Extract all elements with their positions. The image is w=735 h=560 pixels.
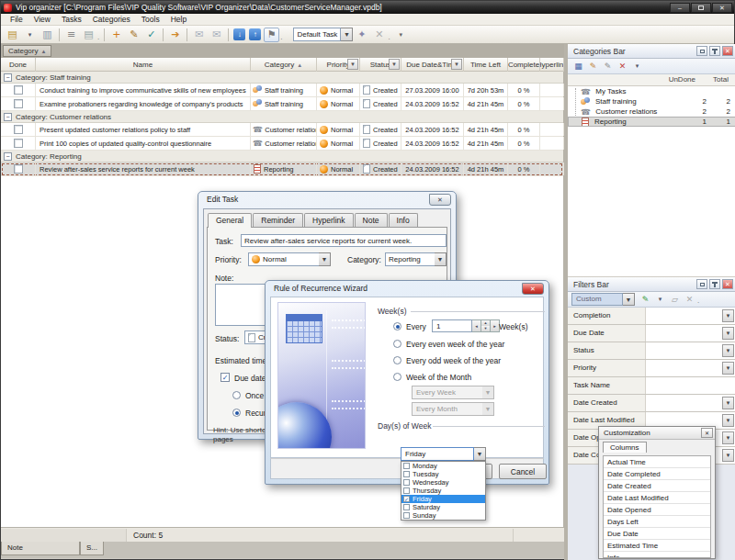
weeks-count-input[interactable]: 1: [432, 319, 472, 332]
column-option-due-date[interactable]: Due Date: [604, 528, 710, 540]
add-category-icon[interactable]: ▦: [571, 60, 585, 73]
column-header-complete[interactable]: Complete: [508, 58, 540, 72]
filters-restore-button[interactable]: [696, 279, 707, 289]
table-row[interactable]: Print 100 copies of updated quality-cont…: [1, 137, 563, 151]
day-option-saturday[interactable]: Saturday: [401, 503, 485, 511]
day-option-thursday[interactable]: Thursday: [401, 487, 485, 495]
column-header-due[interactable]: Due Date&Time▼: [401, 58, 464, 72]
category-combo[interactable]: Reporting ▼: [385, 252, 447, 266]
day-checkbox[interactable]: [403, 512, 410, 519]
sync-blue-1-icon[interactable]: ↓: [233, 28, 245, 40]
day-checkbox[interactable]: [403, 471, 410, 477]
collapse-icon[interactable]: −: [4, 113, 12, 121]
done-checkbox[interactable]: [14, 139, 23, 148]
once-radio[interactable]: [232, 391, 241, 399]
column-header-name[interactable]: Name: [36, 58, 251, 72]
bottom-tab-note[interactable]: Note: [1, 542, 80, 555]
edit-task-icon[interactable]: ✎: [126, 28, 141, 42]
receive-mail-icon[interactable]: ✉: [209, 28, 224, 42]
day-checkbox[interactable]: ✓: [403, 496, 410, 502]
table-row[interactable]: Review after-sales service reports for c…: [1, 162, 563, 176]
recurrence-radio[interactable]: [232, 409, 241, 417]
chevron-down-icon[interactable]: ▼: [722, 414, 734, 427]
spin-left-icon[interactable]: ◂: [472, 319, 481, 332]
day-checkbox[interactable]: [403, 487, 410, 494]
column-header-timeleft[interactable]: Time Left: [464, 58, 508, 72]
erase-filter-icon[interactable]: ▱: [668, 293, 682, 306]
column-option-date-last-modified[interactable]: Date Last Modified: [604, 492, 710, 504]
chevron-down-icon[interactable]: ▼: [435, 252, 447, 266]
maximize-button[interactable]: [691, 3, 711, 13]
wizard-close-button[interactable]: ✕: [522, 283, 544, 295]
day-of-week-combo[interactable]: Friday ▼: [401, 447, 486, 461]
print-icon[interactable]: ▤: [81, 28, 96, 42]
chevron-down-icon[interactable]: ▼: [319, 252, 331, 266]
categories-restore-button[interactable]: [696, 46, 707, 56]
menu-file[interactable]: File: [5, 15, 28, 24]
column-option-date-opened[interactable]: Date Opened: [604, 504, 710, 516]
categories-pin-button[interactable]: [709, 46, 720, 56]
default-task-combo[interactable]: Default Task▼: [293, 28, 353, 41]
chevron-down-icon[interactable]: ▼: [474, 447, 486, 461]
chevron-down-icon[interactable]: ▼: [722, 309, 734, 322]
open-dropdown-icon[interactable]: ▾: [22, 28, 38, 42]
column-option-estimated-time[interactable]: Estimated Time: [604, 540, 710, 552]
day-option-tuesday[interactable]: Tuesday: [401, 470, 485, 478]
rename-category-icon[interactable]: ✎: [601, 60, 615, 73]
done-checkbox[interactable]: [14, 125, 23, 134]
every-value-spinner[interactable]: 1 ◂ ▲▼ ▸: [432, 319, 500, 332]
group-row[interactable]: −Category: Staff training: [1, 72, 563, 84]
filters-pin-button[interactable]: [709, 279, 720, 289]
task-input[interactable]: Review after-sales service reports for c…: [241, 234, 447, 247]
column-option-info[interactable]: Info: [604, 552, 710, 558]
cancel-button[interactable]: Cancel: [499, 464, 547, 479]
filter-dropdown-icon[interactable]: ▼: [451, 59, 462, 70]
dropdown-icon[interactable]: ▾: [653, 293, 667, 306]
day-option-monday[interactable]: Monday: [401, 462, 485, 470]
recurrence-flag-icon[interactable]: ⚑: [264, 28, 279, 42]
column-header-done[interactable]: Done: [1, 58, 36, 72]
column-header-priority[interactable]: Priority▼: [317, 58, 360, 72]
chevron-down-icon[interactable]: ▼: [722, 344, 734, 357]
overflow-icon[interactable]: ▾: [393, 28, 409, 42]
tab-columns[interactable]: Columns: [603, 442, 647, 453]
menu-categories[interactable]: Categories: [87, 15, 136, 24]
group-by-category-button[interactable]: Category▲: [3, 45, 51, 57]
spin-down-icon[interactable]: ▼: [481, 326, 490, 331]
group-row[interactable]: −Category: Reporting: [1, 151, 563, 162]
categories-close-button[interactable]: ✕: [722, 46, 733, 56]
column-header-hyperlink[interactable]: Hyperlink: [540, 58, 564, 72]
group-row[interactable]: −Category: Customer relations: [1, 111, 563, 123]
chevron-down-icon[interactable]: ▼: [341, 28, 353, 41]
send-mail-icon[interactable]: ✉: [191, 28, 207, 42]
category-tree-item-staff-training[interactable]: Staff training22: [568, 96, 735, 106]
edit-category-icon[interactable]: ✎: [586, 60, 600, 73]
day-option-wednesday[interactable]: Wednesday: [401, 478, 485, 487]
complete-task-icon[interactable]: ✓: [143, 28, 159, 42]
filters-close-button[interactable]: ✕: [722, 279, 733, 289]
customization-header[interactable]: Customization ✕: [599, 427, 715, 440]
table-row[interactable]: Conduct training to improve communicativ…: [1, 84, 563, 97]
menu-view[interactable]: View: [28, 15, 56, 24]
category-tree-item-reporting[interactable]: Reporting11: [568, 117, 735, 127]
chevron-down-icon[interactable]: ▼: [722, 362, 734, 375]
column-header-status[interactable]: Status▼: [360, 58, 401, 72]
chevron-down-icon[interactable]: ▼: [623, 293, 635, 306]
column-header-category[interactable]: Category▲: [251, 58, 317, 72]
edit-task-close-button[interactable]: ✕: [429, 194, 451, 206]
filter-preset-combo[interactable]: Custom▼: [571, 293, 635, 306]
bottom-tab-more[interactable]: S...: [80, 542, 104, 555]
delete-category-icon[interactable]: ✕: [616, 60, 629, 73]
dropdown-icon[interactable]: ▾: [630, 60, 644, 73]
menu-help[interactable]: Help: [165, 15, 192, 24]
column-option-date-created[interactable]: Date Created: [604, 480, 710, 492]
day-option-friday[interactable]: ✓Friday: [401, 495, 485, 503]
edit-filter-icon[interactable]: ✎: [639, 293, 652, 306]
new-task-icon[interactable]: ▤: [5, 28, 20, 42]
column-option-actual-time[interactable]: Actual Time: [604, 456, 710, 468]
table-row[interactable]: Examine probationers regarding knowledge…: [1, 97, 563, 111]
column-option-date-completed[interactable]: Date Completed: [604, 468, 710, 480]
chevron-down-icon[interactable]: ▼: [722, 397, 734, 409]
share-task-icon[interactable]: ➔: [167, 28, 183, 42]
tab-reminder[interactable]: Reminder: [253, 213, 303, 227]
